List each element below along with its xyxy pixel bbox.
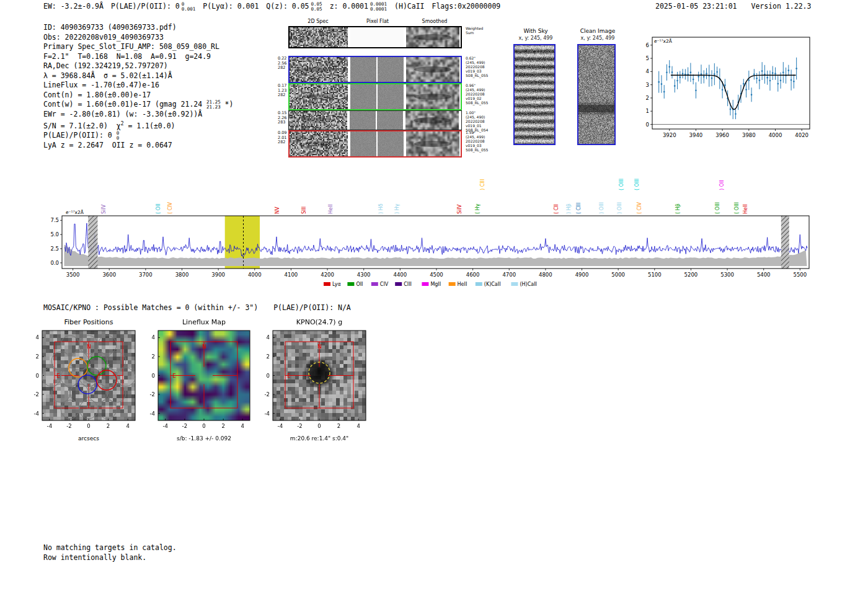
data-point — [714, 73, 715, 75]
info-text: F=2.1" T=0.168 N=1.08 A=0.91 g=24.9 — [43, 52, 211, 61]
exposure-label-line: (245, 499) — [466, 135, 504, 139]
footer-notes: No matching targets in catalog. Row inte… — [43, 543, 177, 562]
y-tick-label: 2 — [36, 353, 39, 360]
legend-label: CIII — [404, 282, 412, 287]
x-tick-label: 2 — [337, 423, 340, 429]
x-tick-label: 0 — [202, 423, 205, 429]
pixelflat-image — [350, 57, 404, 82]
legend-label: CIV — [380, 282, 389, 287]
x-tick-label: 0 — [317, 423, 321, 429]
pixelflat-image — [350, 131, 404, 156]
x-tick-label: 3960 — [715, 132, 729, 138]
y-tick-label: -2 — [150, 391, 155, 398]
info-text: Obs: 20220208v019_4090369733 — [43, 33, 164, 42]
info-line: RA,Dec (192.324219,52.797207) — [43, 61, 233, 71]
data-point — [674, 85, 676, 87]
info-text: Cont(w) = 1.60(±0.01)e-17 (gmag 21.24 — [43, 100, 206, 109]
exposure-label-line: 508_RL_055 — [466, 73, 504, 78]
legend-swatch — [476, 282, 482, 286]
detection-info-block: ID: 4090369733 (4090369733.pdf)Obs: 2022… — [43, 23, 233, 150]
y-tick-label: 4 — [646, 68, 649, 74]
x-tick-label: 4800 — [539, 272, 552, 278]
info-text: RA,Dec (192.324219,52.797207) — [43, 61, 168, 70]
info-line: LyA z = 2.2647 OII z = 0.0647 — [43, 141, 233, 151]
data-point — [682, 73, 684, 74]
clean-coords: x, y: 245, 499 — [574, 35, 621, 41]
info-text: λ = 3968.84Å σ = 5.02(±1.14)Å — [43, 71, 172, 80]
data-point — [663, 91, 665, 93]
x-tick-label: 4700 — [502, 272, 516, 278]
exposure-label-line: 508_RL_055 — [466, 100, 504, 105]
withsky-image-frame — [513, 44, 556, 145]
spec2d-row-frame — [288, 56, 462, 83]
flags-value: Flags:0x20000009 — [432, 2, 501, 11]
info-text: = 1.1(±0.0) — [123, 122, 175, 130]
fiber-weight-value: 282 — [278, 93, 288, 98]
viridis-image — [158, 331, 250, 420]
legend-label: HeII — [458, 282, 467, 287]
x-tick-label: 3940 — [689, 132, 703, 138]
line-marker-label: ) Hδ — [378, 203, 384, 214]
data-point — [735, 113, 737, 115]
data-point — [722, 89, 724, 91]
info-frac: 00 — [117, 131, 120, 140]
withsky-panel: With Sky x, y: 245, 499 — [510, 28, 566, 152]
x-tick-label: 4100 — [285, 272, 298, 278]
z-sub: 0.0001 — [370, 7, 387, 12]
data-point — [790, 79, 792, 81]
y-tick-label: 4 — [267, 334, 270, 340]
line-marker-label: SIII — [301, 207, 307, 214]
y-tick-label: -4 — [34, 411, 39, 417]
data-point — [782, 72, 784, 74]
legend-swatch — [347, 282, 354, 286]
info-line: ID: 4090369733 (4090369733.pdf) — [43, 23, 233, 33]
data-point — [666, 72, 668, 74]
legend-swatch — [449, 282, 456, 286]
line-marker-label: ) CIII — [480, 179, 485, 190]
exposure-label-line: 20220208 — [466, 64, 504, 69]
legend-label: Lyα — [332, 282, 341, 287]
data-point — [690, 71, 692, 73]
panel-title: Lineflux Map — [158, 318, 250, 326]
x-tick-label: 4 — [126, 423, 129, 429]
exposure-labels: 0.62"(245, 499)20220208v019_03508_RL_055 — [466, 56, 504, 78]
exposure-label-line: v019_03 — [466, 69, 504, 73]
spec2d-row-frame — [288, 26, 462, 48]
info-line: Cont(w) = 1.60(±0.01)e-17 (gmag 21.24 21… — [43, 100, 233, 110]
exposure-label-line: 20220208 — [466, 119, 504, 123]
x-tick-label: 4000 — [248, 272, 262, 278]
y-tick-label: -4 — [265, 411, 270, 417]
qz-value: Q(z): 0.050.050.05 — [266, 2, 322, 11]
plae-label: P(LAE)/P(OII): 0 — [111, 2, 180, 11]
x-tick-label: 4300 — [357, 272, 371, 278]
x-tick-label: 4200 — [321, 272, 334, 278]
info-frac: 21.2521.23 — [206, 100, 221, 109]
x-tick-label: 4000 — [769, 132, 782, 138]
y-tick-label: 2 — [646, 95, 649, 101]
fiber-weight-value: 283 — [278, 120, 288, 125]
header-stats-row: EW: -3.2±-0.9ÅP(LAE)/P(OII): 000.001P(Ly… — [43, 2, 508, 11]
line-marker-label: ) OII — [719, 180, 725, 190]
kpno-cutout-panel: KPNO(24.7) g m:20.6 re:1.4" s:0.4" -4-4-… — [259, 316, 386, 448]
exposure-label-line: 508_RL_055 — [466, 148, 504, 152]
fiber-weight-value: 282 — [278, 66, 288, 71]
qz-sub: 0.05 — [311, 7, 322, 12]
x-tick-label: -4 — [278, 423, 283, 429]
x-tick-label: 5400 — [757, 272, 771, 278]
clean-image-panel: Clean Image x, y: 245, 499 — [574, 28, 627, 152]
y-tick-label: -2 — [34, 391, 39, 398]
gaussian-fit-line — [671, 75, 796, 109]
fiber-weight-labels: 0.171.23282 — [278, 84, 288, 98]
exposure-label-line: v019_02 — [466, 96, 504, 100]
version: Version 1.22.3 — [751, 2, 812, 11]
x-tick-label: 3900 — [211, 272, 225, 278]
full-spectrum-plot: 3500360037003800390040004100420043004400… — [37, 158, 837, 298]
data-point — [698, 76, 699, 78]
x-tick-label: -4 — [162, 423, 167, 429]
flux-units-label: e⁻¹⁷x2Å — [654, 38, 673, 44]
fiber-weight-labels: 0.222.56282 — [278, 56, 288, 71]
panel-xlabel: s/b: -1.83 +/- 0.092 — [158, 435, 250, 442]
exposure-label-line: (245, 490) — [466, 115, 504, 119]
exposure-label-line: v019_01 — [466, 123, 504, 128]
y-tick-label: 5 — [646, 55, 649, 61]
